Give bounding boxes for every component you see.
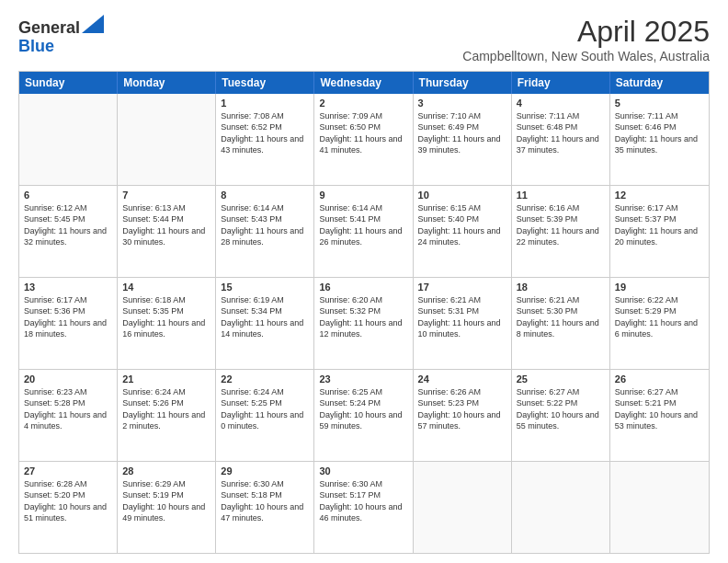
calendar-cell: 20Sunrise: 6:23 AMSunset: 5:28 PMDayligh…: [19, 370, 118, 461]
day-number: 18: [517, 281, 605, 293]
day-number: 23: [319, 373, 407, 385]
cell-details: Sunrise: 6:16 AMSunset: 5:39 PMDaylight:…: [517, 202, 605, 247]
calendar-cell: 23Sunrise: 6:25 AMSunset: 5:24 PMDayligh…: [314, 370, 413, 461]
cell-details: Sunrise: 6:18 AMSunset: 5:35 PMDaylight:…: [122, 294, 210, 339]
day-number: 11: [517, 189, 605, 201]
day-number: 29: [221, 465, 309, 477]
calendar-cell: [512, 462, 610, 553]
title-block: April 2025 Campbelltown, New South Wales…: [462, 15, 710, 63]
day-number: 30: [319, 465, 407, 477]
day-number: 21: [122, 373, 210, 385]
cell-details: Sunrise: 6:15 AMSunset: 5:40 PMDaylight:…: [418, 202, 506, 247]
cell-details: Sunrise: 6:13 AMSunset: 5:44 PMDaylight:…: [122, 202, 210, 247]
calendar-week-4: 20Sunrise: 6:23 AMSunset: 5:28 PMDayligh…: [19, 369, 709, 461]
day-number: 15: [221, 281, 309, 293]
day-number: 20: [24, 373, 112, 385]
cell-details: Sunrise: 6:24 AMSunset: 5:25 PMDaylight:…: [221, 386, 309, 431]
calendar-cell: 2Sunrise: 7:09 AMSunset: 6:50 PMDaylight…: [314, 94, 413, 185]
day-number: 16: [319, 281, 407, 293]
calendar-cell: 7Sunrise: 6:13 AMSunset: 5:44 PMDaylight…: [118, 186, 216, 277]
logo-general: General: [18, 18, 80, 37]
day-number: 12: [615, 189, 704, 201]
day-number: 4: [517, 97, 605, 109]
calendar-cell: 8Sunrise: 6:14 AMSunset: 5:43 PMDaylight…: [216, 186, 314, 277]
cell-details: Sunrise: 6:14 AMSunset: 5:43 PMDaylight:…: [221, 202, 309, 247]
cell-details: Sunrise: 6:21 AMSunset: 5:31 PMDaylight:…: [418, 294, 506, 339]
calendar-cell: 4Sunrise: 7:11 AMSunset: 6:48 PMDaylight…: [512, 94, 610, 185]
day-number: 27: [24, 465, 112, 477]
day-number: 3: [418, 97, 506, 109]
weekday-header-sunday: Sunday: [19, 72, 118, 94]
month-title: April 2025: [462, 15, 710, 49]
cell-details: Sunrise: 6:25 AMSunset: 5:24 PMDaylight:…: [319, 386, 407, 431]
cell-details: Sunrise: 6:27 AMSunset: 5:22 PMDaylight:…: [517, 386, 605, 431]
logo-icon: [82, 15, 104, 33]
calendar-cell: 24Sunrise: 6:26 AMSunset: 5:23 PMDayligh…: [414, 370, 512, 461]
calendar-cell: 28Sunrise: 6:29 AMSunset: 5:19 PMDayligh…: [118, 462, 216, 553]
cell-details: Sunrise: 6:26 AMSunset: 5:23 PMDaylight:…: [418, 386, 506, 431]
day-number: 2: [319, 97, 407, 109]
cell-details: Sunrise: 6:30 AMSunset: 5:18 PMDaylight:…: [221, 478, 309, 523]
day-number: 13: [24, 281, 112, 293]
calendar-cell: [118, 94, 216, 185]
cell-details: Sunrise: 7:09 AMSunset: 6:50 PMDaylight:…: [319, 110, 407, 155]
weekday-header-tuesday: Tuesday: [216, 72, 314, 94]
cell-details: Sunrise: 6:23 AMSunset: 5:28 PMDaylight:…: [24, 386, 112, 431]
calendar-week-1: 1Sunrise: 7:08 AMSunset: 6:52 PMDaylight…: [19, 94, 709, 185]
day-number: 17: [418, 281, 506, 293]
day-number: 14: [122, 281, 210, 293]
cell-details: Sunrise: 6:21 AMSunset: 5:30 PMDaylight:…: [517, 294, 605, 339]
day-number: 19: [615, 281, 704, 293]
logo-blue: Blue: [18, 37, 54, 55]
calendar-week-3: 13Sunrise: 6:17 AMSunset: 5:36 PMDayligh…: [19, 277, 709, 369]
calendar-week-5: 27Sunrise: 6:28 AMSunset: 5:20 PMDayligh…: [19, 461, 709, 553]
calendar-cell: 15Sunrise: 6:19 AMSunset: 5:34 PMDayligh…: [216, 278, 314, 369]
calendar-cell: 13Sunrise: 6:17 AMSunset: 5:36 PMDayligh…: [19, 278, 118, 369]
day-number: 28: [122, 465, 210, 477]
calendar-cell: [610, 462, 709, 553]
calendar-cell: 19Sunrise: 6:22 AMSunset: 5:29 PMDayligh…: [610, 278, 709, 369]
cell-details: Sunrise: 6:17 AMSunset: 5:37 PMDaylight:…: [615, 202, 704, 247]
calendar-cell: 16Sunrise: 6:20 AMSunset: 5:32 PMDayligh…: [314, 278, 413, 369]
weekday-header-monday: Monday: [118, 72, 216, 94]
day-number: 6: [24, 189, 112, 201]
calendar-body: 1Sunrise: 7:08 AMSunset: 6:52 PMDaylight…: [19, 94, 709, 553]
day-number: 7: [122, 189, 210, 201]
calendar-cell: 27Sunrise: 6:28 AMSunset: 5:20 PMDayligh…: [19, 462, 118, 553]
calendar-cell: 5Sunrise: 7:11 AMSunset: 6:46 PMDaylight…: [610, 94, 709, 185]
cell-details: Sunrise: 6:12 AMSunset: 5:45 PMDaylight:…: [24, 202, 112, 247]
calendar-cell: 26Sunrise: 6:27 AMSunset: 5:21 PMDayligh…: [610, 370, 709, 461]
cell-details: Sunrise: 7:10 AMSunset: 6:49 PMDaylight:…: [418, 110, 506, 155]
cell-details: Sunrise: 6:17 AMSunset: 5:36 PMDaylight:…: [24, 294, 112, 339]
day-number: 24: [418, 373, 506, 385]
cell-details: Sunrise: 6:30 AMSunset: 5:17 PMDaylight:…: [319, 478, 407, 523]
cell-details: Sunrise: 6:20 AMSunset: 5:32 PMDaylight:…: [319, 294, 407, 339]
svg-marker-0: [82, 15, 104, 33]
calendar-cell: 25Sunrise: 6:27 AMSunset: 5:22 PMDayligh…: [512, 370, 610, 461]
weekday-header-thursday: Thursday: [414, 72, 512, 94]
logo: General Blue: [18, 15, 104, 56]
calendar-week-2: 6Sunrise: 6:12 AMSunset: 5:45 PMDaylight…: [19, 185, 709, 277]
cell-details: Sunrise: 6:19 AMSunset: 5:34 PMDaylight:…: [221, 294, 309, 339]
cell-details: Sunrise: 6:14 AMSunset: 5:41 PMDaylight:…: [319, 202, 407, 247]
day-number: 25: [517, 373, 605, 385]
calendar-cell: 21Sunrise: 6:24 AMSunset: 5:26 PMDayligh…: [118, 370, 216, 461]
cell-details: Sunrise: 6:27 AMSunset: 5:21 PMDaylight:…: [615, 386, 704, 431]
weekday-header-friday: Friday: [512, 72, 610, 94]
day-number: 26: [615, 373, 704, 385]
calendar-cell: 18Sunrise: 6:21 AMSunset: 5:30 PMDayligh…: [512, 278, 610, 369]
day-number: 5: [615, 97, 704, 109]
calendar-cell: 9Sunrise: 6:14 AMSunset: 5:41 PMDaylight…: [314, 186, 413, 277]
cell-details: Sunrise: 7:08 AMSunset: 6:52 PMDaylight:…: [221, 110, 309, 155]
calendar-cell: 12Sunrise: 6:17 AMSunset: 5:37 PMDayligh…: [610, 186, 709, 277]
calendar-cell: 17Sunrise: 6:21 AMSunset: 5:31 PMDayligh…: [414, 278, 512, 369]
day-number: 10: [418, 189, 506, 201]
day-number: 1: [221, 97, 309, 109]
cell-details: Sunrise: 6:29 AMSunset: 5:19 PMDaylight:…: [122, 478, 210, 523]
calendar-cell: 30Sunrise: 6:30 AMSunset: 5:17 PMDayligh…: [314, 462, 413, 553]
page: General Blue April 2025 Campbelltown, Ne…: [0, 0, 728, 563]
weekday-header-saturday: Saturday: [610, 72, 709, 94]
cell-details: Sunrise: 7:11 AMSunset: 6:48 PMDaylight:…: [517, 110, 605, 155]
calendar-cell: 6Sunrise: 6:12 AMSunset: 5:45 PMDaylight…: [19, 186, 118, 277]
cell-details: Sunrise: 6:24 AMSunset: 5:26 PMDaylight:…: [122, 386, 210, 431]
